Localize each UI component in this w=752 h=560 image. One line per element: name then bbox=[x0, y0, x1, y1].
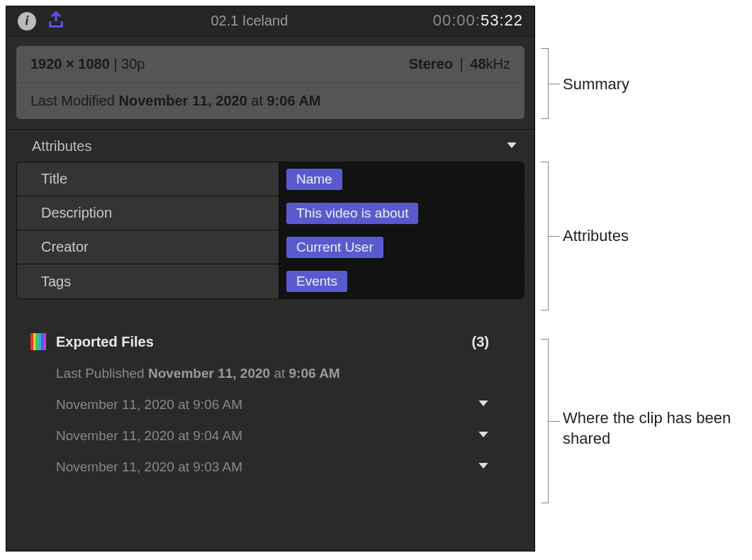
framerate: 30p bbox=[121, 56, 145, 72]
chevron-down-icon bbox=[478, 428, 489, 444]
callout-bracket-summary bbox=[541, 48, 549, 119]
token-description[interactable]: This video is about bbox=[286, 203, 418, 224]
callout-bracket-attributes bbox=[541, 162, 549, 310]
attr-label-title: Title bbox=[17, 162, 279, 196]
attr-row-creator: Creator Current User bbox=[17, 230, 524, 264]
export-item-3-label: November 11, 2020 at 9:03 AM bbox=[56, 459, 242, 475]
summary-video-format: 1920 × 1080 | 30p bbox=[30, 56, 145, 72]
audio-mode: Stereo bbox=[409, 56, 453, 72]
timecode-dim: 00:00: bbox=[433, 11, 481, 29]
callout-bracket-shared bbox=[541, 339, 549, 503]
token-creator[interactable]: Current User bbox=[286, 237, 383, 258]
attr-row-title: Title Name bbox=[17, 162, 524, 196]
last-modified-time: 9:06 AM bbox=[267, 93, 321, 108]
last-modified-label: Last Modified bbox=[30, 93, 115, 108]
attr-label-tags: Tags bbox=[17, 264, 279, 298]
token-tags[interactable]: Events bbox=[286, 271, 347, 292]
audio-rate: 48 bbox=[470, 56, 486, 72]
export-item-1-label: November 11, 2020 at 9:06 AM bbox=[56, 397, 242, 413]
attr-value-description[interactable]: This video is about bbox=[279, 196, 524, 230]
clip-timecode: 00:00:53:22 bbox=[433, 11, 523, 30]
export-item-1[interactable]: November 11, 2020 at 9:06 AM bbox=[56, 397, 489, 413]
attr-label-description: Description bbox=[17, 196, 279, 230]
attributes-section-label: Attributes bbox=[32, 138, 91, 155]
share-inspector-panel: i 02.1 Iceland 00:00:53:22 1920 × 1080 |… bbox=[6, 6, 535, 551]
attr-row-description: Description This video is about bbox=[17, 196, 524, 230]
summary-audio-format: Stereo | 48kHz bbox=[409, 56, 510, 72]
clip-title: 02.1 Iceland bbox=[66, 13, 433, 29]
attr-row-tags: Tags Events bbox=[17, 264, 524, 298]
attr-label-creator: Creator bbox=[17, 230, 279, 264]
last-modified-at: at bbox=[251, 93, 263, 108]
last-published-label: Last Published bbox=[56, 366, 145, 381]
export-item-2-label: November 11, 2020 at 9:04 AM bbox=[56, 428, 242, 444]
exported-files-header[interactable]: Exported Files (3) bbox=[30, 333, 510, 350]
attributes-table: Title Name Description This video is abo… bbox=[16, 162, 524, 299]
token-title[interactable]: Name bbox=[286, 169, 342, 190]
chevron-down-icon bbox=[478, 397, 489, 413]
chevron-down-icon bbox=[506, 138, 517, 155]
callout-shared: Where the clip has been shared bbox=[563, 408, 733, 449]
timecode-bright: 53:22 bbox=[481, 11, 523, 29]
summary-format-row: 1920 × 1080 | 30p Stereo | 48kHz bbox=[16, 46, 524, 83]
share-tab-icon[interactable] bbox=[46, 10, 66, 33]
last-published: Last Published November 11, 2020 at 9:06… bbox=[56, 366, 510, 381]
last-modified-text: Last Modified November 11, 2020 at 9:06 … bbox=[30, 93, 321, 109]
exported-files-section: Exported Files (3) Last Published Novemb… bbox=[6, 333, 534, 475]
last-modified-date: November 11, 2020 bbox=[119, 93, 247, 108]
attr-value-title[interactable]: Name bbox=[279, 162, 524, 196]
callout-attributes: Attributes bbox=[563, 227, 629, 245]
inspector-header: i 02.1 Iceland 00:00:53:22 bbox=[6, 6, 534, 36]
resolution: 1920 × 1080 bbox=[30, 56, 110, 72]
last-published-at: at bbox=[274, 366, 285, 381]
info-tab-icon[interactable]: i bbox=[18, 12, 36, 30]
export-item-2[interactable]: November 11, 2020 at 9:04 AM bbox=[56, 428, 489, 444]
exported-files-title: Exported Files bbox=[56, 334, 462, 350]
attributes-header[interactable]: Attributes bbox=[6, 130, 534, 162]
attr-value-tags[interactable]: Events bbox=[279, 264, 524, 298]
chevron-down-icon bbox=[478, 459, 489, 475]
summary-box: 1920 × 1080 | 30p Stereo | 48kHz Last Mo… bbox=[16, 46, 524, 119]
callout-summary: Summary bbox=[563, 75, 629, 94]
summary-modified-row: Last Modified November 11, 2020 at 9:06 … bbox=[16, 83, 524, 119]
attr-value-creator[interactable]: Current User bbox=[279, 230, 524, 264]
last-published-time: 9:06 AM bbox=[289, 366, 340, 381]
header-tabs: i bbox=[18, 10, 66, 33]
colorbars-icon bbox=[30, 333, 46, 350]
exported-files-count: (3) bbox=[472, 334, 489, 350]
export-item-3[interactable]: November 11, 2020 at 9:03 AM bbox=[56, 459, 489, 475]
last-published-date: November 11, 2020 bbox=[148, 366, 270, 381]
audio-rate-unit: kHz bbox=[486, 56, 510, 72]
